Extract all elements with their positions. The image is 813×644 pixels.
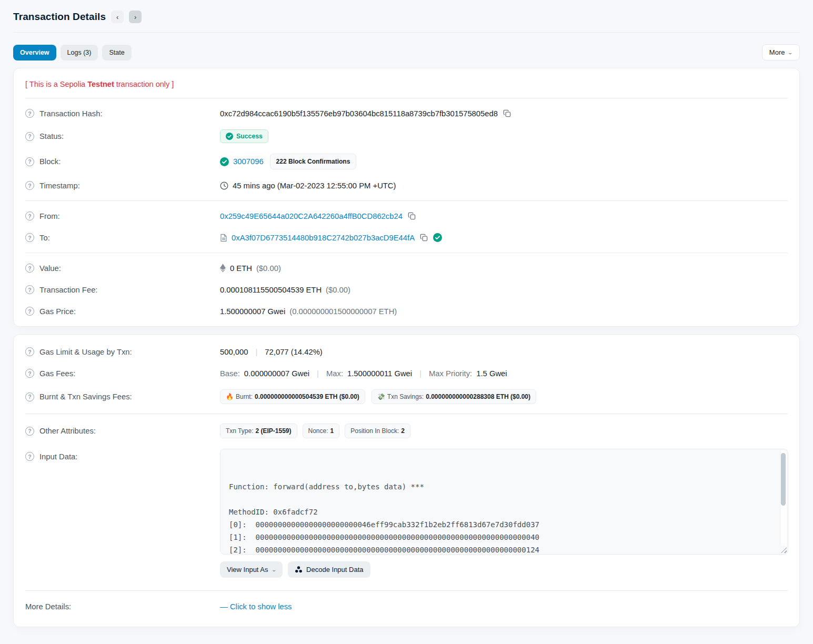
input-data-actions: View Input As ⌄ Decode Input Data <box>220 561 788 578</box>
page-header: Transaction Details ‹ › <box>13 0 800 23</box>
code-line: [2]: 00000000000000000000000000000000000… <box>229 544 779 555</box>
divider <box>25 253 788 253</box>
block-label: Block: <box>39 157 61 166</box>
divider <box>25 200 788 201</box>
status-label-group: ? Status: <box>25 132 220 141</box>
more-dropdown-button[interactable]: More ⌄ <box>762 44 800 61</box>
transaction-fee-usd: ($0.00) <box>326 286 350 294</box>
chevron-left-icon: ‹ <box>116 14 118 21</box>
help-icon[interactable]: ? <box>25 285 34 294</box>
separator: | <box>253 348 261 356</box>
gas-fees-label: Gas Fees: <box>39 369 75 378</box>
testnet-notice-prefix: [ This is a Sepolia <box>25 80 87 88</box>
to-row: ? To: 0xA3f07D6773514480b918C2742b027b3a… <box>25 227 788 248</box>
value-usd: ($0.00) <box>256 264 281 273</box>
burnt-badge: 🔥 Burnt: 0.000000000000504539 ETH ($0.00… <box>220 389 365 404</box>
input-data-textarea[interactable]: Function: forward(address to,bytes data)… <box>220 449 788 555</box>
gas-price-label: Gas Price: <box>39 307 76 316</box>
other-attributes-row: ? Other Attributes: Txn Type: 2 (EIP-155… <box>25 418 788 444</box>
timestamp-row: ? Timestamp: 45 mins ago (Mar-02-2023 12… <box>25 175 788 196</box>
chevron-down-icon: ⌄ <box>788 50 794 55</box>
help-icon[interactable]: ? <box>25 264 34 273</box>
gas-limit-value: 500,000 <box>220 348 248 356</box>
help-icon[interactable]: ? <box>25 132 34 141</box>
decode-input-data-label: Decode Input Data <box>306 566 363 573</box>
help-icon[interactable]: ? <box>25 347 34 356</box>
tab-logs[interactable]: Logs (3) <box>61 45 98 61</box>
help-icon[interactable]: ? <box>25 307 34 316</box>
copy-icon[interactable] <box>502 108 512 118</box>
separator: | <box>416 369 425 378</box>
input-data-row: ? Input Data: Function: forward(address … <box>25 444 788 583</box>
tab-overview[interactable]: Overview <box>13 45 56 61</box>
view-input-as-button[interactable]: View Input As ⌄ <box>220 561 283 578</box>
help-icon[interactable]: ? <box>25 393 34 401</box>
next-transaction-button[interactable]: › <box>129 11 142 23</box>
click-to-show-less-link[interactable]: — Click to show less <box>220 602 292 611</box>
timestamp-value: 45 mins ago (Mar-02-2023 12:55:00 PM +UT… <box>233 182 396 190</box>
scrollbar-thumb[interactable] <box>781 453 786 506</box>
scrollbar-track[interactable] <box>780 450 787 546</box>
block-row: ? Block: 3007096 222 Block Confirmations <box>25 148 788 175</box>
other-attributes-badges: Txn Type: 2 (EIP-1559)Nonce: 1Position I… <box>220 424 788 438</box>
attribute-badge: Txn Type: 2 (EIP-1559) <box>220 424 297 438</box>
attribute-badge-name: Txn Type: <box>226 427 253 435</box>
from-row: ? From: 0x259c49E65644a020C2A642260a4ffB… <box>25 205 788 227</box>
value-label: Value: <box>39 264 61 273</box>
clock-icon <box>220 182 228 190</box>
code-line: MethodID: 0x6fadcf72 <box>229 506 779 518</box>
help-icon[interactable]: ? <box>25 233 34 242</box>
transaction-hash-label-group: ? Transaction Hash: <box>25 109 220 118</box>
burnt-badge-value: 0.000000000000504539 ETH ($0.00) <box>255 393 359 400</box>
attribute-badge-value: 2 <box>401 427 405 435</box>
from-address-link[interactable]: 0x259c49E65644a020C2A642260a4ffB0CD862cb… <box>220 212 403 220</box>
timestamp-label-group: ? Timestamp: <box>25 181 220 190</box>
decode-input-data-button[interactable]: Decode Input Data <box>288 561 370 578</box>
other-attributes-label-group: ? Other Attributes: <box>25 427 220 436</box>
tab-state[interactable]: State <box>102 45 131 61</box>
attribute-badge-value: 2 (EIP-1559) <box>255 427 291 435</box>
block-label-group: ? Block: <box>25 157 220 166</box>
help-icon[interactable]: ? <box>25 109 34 118</box>
transaction-hash-value: 0xc72d984ccac6190b5f135576eb97b03604bc81… <box>220 109 498 118</box>
previous-transaction-button[interactable]: ‹ <box>111 11 124 23</box>
copy-icon[interactable] <box>407 211 417 221</box>
help-icon[interactable]: ? <box>25 427 34 436</box>
attribute-badge: Position In Block: 2 <box>345 424 410 438</box>
burnt-fees-label: Burnt & Txn Savings Fees: <box>39 393 132 401</box>
verified-check-circle-icon <box>433 233 442 242</box>
timestamp-label: Timestamp: <box>39 182 80 190</box>
gas-price-eth: (0.000000001500000007 ETH) <box>289 307 397 316</box>
gas-price-row: ? Gas Price: 1.500000007 Gwei (0.0000000… <box>25 300 788 322</box>
to-address-link[interactable]: 0xA3f07D6773514480b918C2742b027b3acD9E44… <box>232 234 415 242</box>
input-data-lines: Function: forward(address to,bytes data)… <box>229 480 779 555</box>
attribute-badge-name: Position In Block: <box>350 427 399 435</box>
help-icon[interactable]: ? <box>25 452 34 461</box>
copy-icon[interactable] <box>419 233 429 243</box>
block-number-link[interactable]: 3007096 <box>233 157 264 166</box>
help-icon[interactable]: ? <box>25 212 34 220</box>
code-line: [0]: 00000000000000000000000046eff99cab3… <box>229 518 779 531</box>
transaction-fee-label-group: ? Transaction Fee: <box>25 285 220 294</box>
attribute-badge-name: Nonce: <box>308 427 328 435</box>
help-icon[interactable]: ? <box>25 369 34 378</box>
more-dropdown-label: More <box>769 48 785 56</box>
help-icon[interactable]: ? <box>25 157 34 166</box>
input-data-label-group: ? Input Data: <box>25 449 220 461</box>
transaction-hash-row: ? Transaction Hash: 0xc72d984ccac6190b5f… <box>25 103 788 124</box>
money-wings-icon: 💸 <box>377 393 385 400</box>
testnet-notice-suffix: transaction only ] <box>114 80 174 88</box>
burnt-badge-label: Burnt: <box>236 393 253 400</box>
to-label: To: <box>39 234 50 242</box>
burnt-fees-row: ? Burnt & Txn Savings Fees: 🔥 Burnt: 0.0… <box>25 384 788 409</box>
input-data-label: Input Data: <box>39 452 77 461</box>
header-divider <box>13 32 800 33</box>
resize-handle-icon[interactable] <box>781 547 787 553</box>
chevron-right-icon: › <box>134 14 136 21</box>
gas-limit-row: ? Gas Limit & Usage by Txn: 500,000 | 72… <box>25 341 788 363</box>
testnet-notice: [ This is a Sepolia Testnet transaction … <box>25 73 788 94</box>
tabs-row: Overview Logs (3) State More ⌄ <box>13 44 800 61</box>
chevron-down-icon: ⌄ <box>271 567 277 572</box>
gas-price-label-group: ? Gas Price: <box>25 307 220 316</box>
help-icon[interactable]: ? <box>25 181 34 190</box>
